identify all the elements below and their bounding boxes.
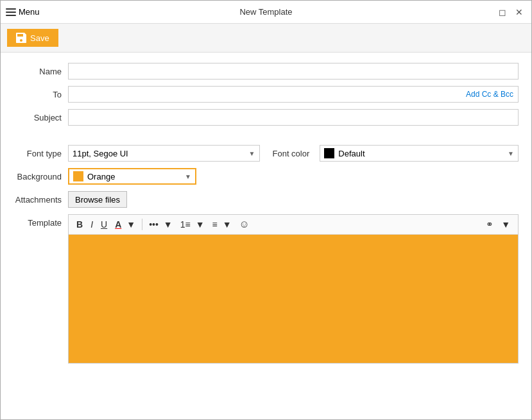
window-title: New Template: [239, 7, 292, 17]
attachments-row: Attachments Browse files: [13, 191, 519, 208]
subject-row: Subject: [13, 109, 519, 126]
more-options-button[interactable]: ⚭: [483, 218, 496, 231]
subject-label: Subject: [13, 113, 62, 122]
text-color-button[interactable]: A: [112, 218, 124, 231]
bullet-list-group: ••• ▼: [146, 218, 175, 231]
align-button[interactable]: ≡: [210, 218, 220, 231]
background-label: Background: [13, 172, 62, 181]
emoji-button[interactable]: ☺: [237, 217, 252, 231]
font-type-label: Font type: [13, 149, 62, 158]
text-color-arrow[interactable]: ▼: [124, 218, 138, 231]
menu-icon: [6, 8, 16, 16]
font-color-group: Font color Default ▼: [273, 145, 519, 162]
background-chevron: ▼: [185, 173, 191, 180]
bg-color-swatch: [73, 171, 83, 181]
font-color-chevron: ▼: [508, 150, 514, 157]
editor-toolbar: B I U A ▼ ••• ▼ 1≡: [69, 215, 518, 235]
form-content: Name To Add Cc & Bcc Subject Font type 1…: [1, 53, 531, 419]
to-input[interactable]: [68, 86, 519, 103]
background-dropdown[interactable]: Orange ▼: [68, 168, 196, 185]
toolbar: Save: [1, 24, 531, 53]
underline-button[interactable]: U: [98, 218, 110, 231]
add-cc-bcc-link[interactable]: Add Cc & Bcc: [465, 90, 515, 99]
toolbar-separator-1: [142, 219, 142, 230]
font-color-group: A ▼: [112, 218, 138, 231]
save-label: Save: [30, 33, 49, 43]
font-color-dropdown[interactable]: Default ▼: [320, 145, 519, 162]
window-controls: ◻ ✕: [495, 5, 526, 19]
maximize-button[interactable]: ◻: [495, 5, 510, 19]
menu-label: Menu: [19, 7, 40, 17]
menu-button[interactable]: Menu: [6, 7, 40, 17]
font-type-chevron: ▼: [249, 150, 255, 157]
extra-actions: ⚭ ▼: [483, 218, 513, 231]
to-label: To: [13, 90, 62, 99]
template-editor: B I U A ▼ ••• ▼ 1≡: [68, 214, 519, 364]
save-button[interactable]: Save: [7, 29, 58, 47]
font-row: Font type 11pt, Segoe UI ▼ Font color De…: [13, 145, 519, 162]
editor-body[interactable]: [69, 235, 518, 363]
title-bar: Menu New Template ◻ ✕: [1, 1, 531, 24]
more-arrow[interactable]: ▼: [499, 218, 513, 231]
background-row: Background Orange ▼: [13, 168, 519, 185]
font-color-value: Default: [338, 149, 365, 158]
numbered-list-group: 1≡ ▼: [178, 218, 207, 231]
numbered-list-arrow[interactable]: ▼: [193, 218, 207, 231]
to-row: To Add Cc & Bcc: [13, 86, 519, 103]
font-type-group: Font type 11pt, Segoe UI ▼: [13, 145, 260, 162]
name-input[interactable]: [68, 63, 519, 80]
template-row: Template B I U A ▼ ••• ▼: [13, 214, 519, 409]
font-color-label: Font color: [273, 149, 314, 158]
background-value: Orange: [87, 172, 115, 181]
bullet-list-arrow[interactable]: ▼: [161, 218, 175, 231]
font-type-value: 11pt, Segoe UI: [73, 149, 128, 158]
browse-files-button[interactable]: Browse files: [68, 191, 127, 208]
name-row: Name: [13, 63, 519, 80]
bold-button[interactable]: B: [74, 218, 85, 231]
attachments-label: Attachments: [13, 195, 62, 205]
subject-input[interactable]: [68, 109, 519, 126]
to-input-wrapper: Add Cc & Bcc: [68, 86, 519, 103]
separator-1: [13, 132, 519, 139]
font-color-swatch: [324, 148, 334, 158]
align-arrow[interactable]: ▼: [220, 218, 234, 231]
font-type-dropdown[interactable]: 11pt, Segoe UI ▼: [68, 145, 260, 162]
italic-button[interactable]: I: [88, 218, 96, 231]
title-bar-left: Menu: [6, 7, 40, 17]
bullet-list-button[interactable]: •••: [146, 218, 161, 231]
main-window: Menu New Template ◻ ✕ Save Name To: [0, 0, 532, 420]
numbered-list-button[interactable]: 1≡: [178, 218, 193, 231]
align-group: ≡ ▼: [210, 218, 234, 231]
close-button[interactable]: ✕: [512, 5, 526, 19]
name-label: Name: [13, 67, 62, 76]
save-icon: [16, 33, 26, 43]
template-label: Template: [13, 214, 62, 228]
